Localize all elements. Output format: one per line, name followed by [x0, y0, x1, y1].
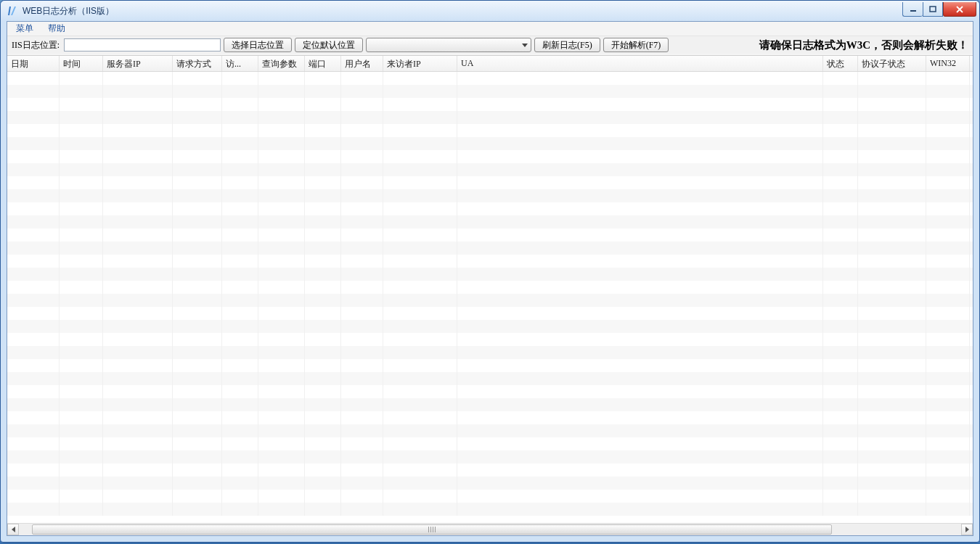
table-row[interactable] — [7, 242, 973, 255]
table-row[interactable] — [7, 202, 973, 215]
cell — [926, 307, 970, 320]
choose-path-button[interactable]: 选择日志位置 — [224, 38, 292, 52]
column-header[interactable]: WIN32 — [926, 56, 970, 71]
table-row[interactable] — [7, 398, 973, 411]
table-row[interactable] — [7, 503, 973, 516]
maximize-button[interactable] — [923, 2, 943, 17]
refresh-button[interactable]: 刷新日志(F5) — [534, 38, 600, 52]
column-header[interactable]: 状态 — [823, 56, 858, 71]
cell — [60, 490, 103, 503]
cell — [383, 320, 457, 333]
table-row[interactable] — [7, 307, 973, 320]
cell — [341, 150, 383, 163]
cell — [222, 228, 258, 242]
cell — [173, 320, 222, 333]
table-row[interactable] — [7, 98, 973, 111]
cell — [823, 72, 858, 85]
scroll-left-button[interactable] — [7, 524, 19, 535]
table-row[interactable] — [7, 215, 973, 228]
cell — [222, 385, 258, 398]
listview-header[interactable]: 日期时间服务器IP请求方式访...查询参数端口用户名来访者IPUA状态协议子状态… — [7, 56, 973, 72]
cell — [173, 98, 222, 111]
cell — [258, 85, 305, 98]
table-row[interactable] — [7, 85, 973, 98]
table-row[interactable] — [7, 281, 973, 294]
scroll-track[interactable] — [19, 524, 961, 535]
titlebar[interactable]: WEB日志分析（IIS版） — [1, 1, 979, 21]
menu-main[interactable]: 菜单 — [10, 22, 39, 36]
cell — [60, 372, 103, 385]
cell — [926, 281, 970, 294]
column-header[interactable]: 访... — [222, 56, 258, 71]
menu-help[interactable]: 帮助 — [42, 22, 71, 36]
table-row[interactable] — [7, 424, 973, 437]
table-row[interactable] — [7, 163, 973, 176]
cell — [60, 72, 103, 85]
table-row[interactable] — [7, 359, 973, 372]
cell — [383, 137, 457, 150]
table-row[interactable] — [7, 294, 973, 307]
cell — [222, 372, 258, 385]
column-header[interactable]: 用户名 — [341, 56, 383, 71]
cell — [823, 228, 858, 242]
table-row[interactable] — [7, 268, 973, 281]
table-row[interactable] — [7, 372, 973, 385]
log-file-combo[interactable] — [366, 38, 531, 52]
cell — [222, 320, 258, 333]
cell — [457, 85, 823, 98]
table-row[interactable] — [7, 176, 973, 189]
cell — [341, 398, 383, 411]
cell — [341, 307, 383, 320]
cell — [258, 189, 305, 202]
cell — [341, 490, 383, 503]
table-row[interactable] — [7, 490, 973, 503]
cell — [823, 242, 858, 255]
cell — [457, 281, 823, 294]
column-header[interactable]: 端口 — [305, 56, 341, 71]
column-header[interactable]: 时间 — [60, 56, 103, 71]
start-button[interactable]: 开始解析(F7) — [603, 38, 669, 52]
scroll-right-button[interactable] — [961, 524, 973, 535]
table-row[interactable] — [7, 333, 973, 346]
cell — [823, 411, 858, 424]
table-row[interactable] — [7, 463, 973, 477]
horizontal-scrollbar[interactable] — [7, 523, 973, 535]
cell — [457, 333, 823, 346]
table-row[interactable] — [7, 111, 973, 124]
table-row[interactable] — [7, 385, 973, 398]
table-row[interactable] — [7, 189, 973, 202]
cell — [173, 385, 222, 398]
cell — [103, 85, 173, 98]
table-row[interactable] — [7, 450, 973, 463]
table-row[interactable] — [7, 72, 973, 85]
column-header[interactable]: 日期 — [7, 56, 60, 71]
default-path-button[interactable]: 定位默认位置 — [295, 38, 363, 52]
cell — [60, 137, 103, 150]
listview-body[interactable] — [7, 72, 973, 524]
table-row[interactable] — [7, 477, 973, 490]
scroll-thumb[interactable] — [32, 524, 832, 535]
table-row[interactable] — [7, 437, 973, 450]
column-header[interactable]: UA — [457, 56, 823, 71]
column-header[interactable]: 请求方式 — [173, 56, 222, 71]
column-header[interactable]: 服务器IP — [103, 56, 173, 71]
cell — [305, 176, 341, 189]
log-path-input[interactable] — [64, 38, 221, 51]
column-header[interactable]: 来访者IP — [383, 56, 457, 71]
cell — [305, 463, 341, 477]
cell — [457, 359, 823, 372]
cell — [858, 437, 926, 450]
table-row[interactable] — [7, 124, 973, 137]
column-header[interactable]: 协议子状态 — [858, 56, 926, 71]
table-row[interactable] — [7, 137, 973, 150]
table-row[interactable] — [7, 346, 973, 359]
table-row[interactable] — [7, 320, 973, 333]
table-row[interactable] — [7, 255, 973, 268]
cell — [858, 450, 926, 463]
table-row[interactable] — [7, 411, 973, 424]
close-button[interactable] — [943, 2, 976, 17]
minimize-button[interactable] — [902, 2, 923, 17]
table-row[interactable] — [7, 228, 973, 242]
column-header[interactable]: 查询参数 — [258, 56, 305, 71]
table-row[interactable] — [7, 150, 973, 163]
